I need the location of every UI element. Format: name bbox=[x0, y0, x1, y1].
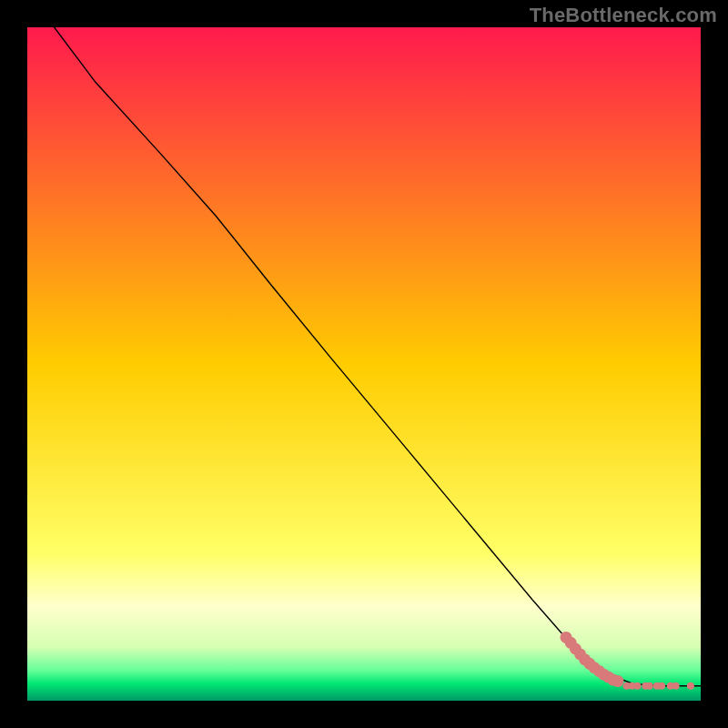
tail-marker bbox=[672, 682, 680, 690]
gradient-background bbox=[27, 27, 701, 701]
chart-frame: TheBottleneck.com bbox=[0, 0, 728, 728]
tail-marker bbox=[658, 682, 665, 690]
tail-marker bbox=[646, 682, 653, 690]
tail-marker bbox=[612, 675, 623, 687]
tail-marker bbox=[687, 682, 694, 690]
tail-marker bbox=[633, 682, 641, 690]
watermark: TheBottleneck.com bbox=[530, 4, 717, 27]
chart-svg bbox=[27, 27, 701, 701]
plot-area bbox=[27, 27, 701, 701]
